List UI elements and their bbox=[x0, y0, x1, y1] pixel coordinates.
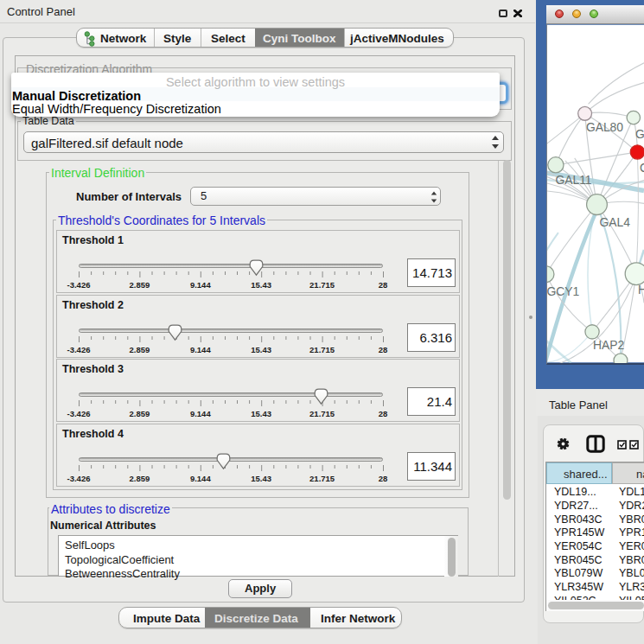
svg-text:GA: GA bbox=[635, 126, 644, 140]
svg-text:C: C bbox=[640, 161, 644, 175]
svg-text:HA: HA bbox=[638, 282, 644, 296]
svg-text:GCY1: GCY1 bbox=[547, 284, 580, 298]
svg-text:HAP2: HAP2 bbox=[593, 337, 624, 351]
svg-text:GAL80: GAL80 bbox=[586, 119, 623, 133]
svg-text:GAL4: GAL4 bbox=[599, 214, 630, 228]
svg-text:GAL11: GAL11 bbox=[555, 173, 591, 187]
